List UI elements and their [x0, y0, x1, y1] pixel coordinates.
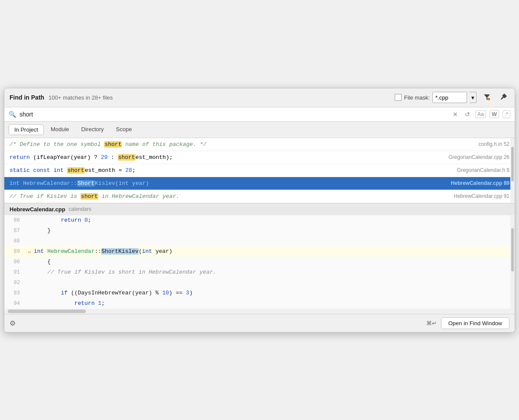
pin-button[interactable] [497, 92, 509, 103]
pin-icon [500, 94, 507, 100]
code-line-94: 94 return 1; [4, 298, 515, 309]
code-preview-scroll-area: 86 return 0; 87 } 88 89 ↵ int [4, 215, 515, 314]
code-line-93: 93 if ((DaysInHebrewYear(year) % 10) == … [4, 288, 515, 298]
preview-filename: HebrewCalendar.cpp [10, 206, 65, 213]
horizontal-scrollbar[interactable] [4, 309, 515, 314]
tab-in-project[interactable]: In Project [9, 124, 44, 135]
footer: ⚙ ⌘↵ Open in Find Window [4, 314, 515, 332]
result-file: HebrewCalendar.cpp 91 [454, 193, 509, 199]
tab-module[interactable]: Module [45, 124, 75, 135]
code-line-90: 90 { [4, 257, 515, 267]
code-preview: 86 return 0; 87 } 88 89 ↵ int [4, 215, 515, 309]
code-line-87: 87 } [4, 226, 515, 236]
code-line-86: 86 return 0; [4, 215, 515, 226]
settings-button[interactable]: ⚙ [10, 319, 16, 327]
search-history-button[interactable]: ↺ [463, 110, 472, 119]
panel-title: Find in Path [10, 94, 44, 101]
preview-scrollbar-track[interactable] [510, 215, 515, 314]
header: Find in Path 100+ matches in 28+ files F… [4, 88, 515, 107]
result-file: GregorianCalendar.cpp 26 [448, 154, 509, 160]
code-line-88: 88 [4, 236, 515, 246]
match-case-button[interactable]: Aa [475, 110, 486, 118]
code-line-91: 91 // True if Kislev is short in HebrewC… [4, 267, 515, 278]
result-row[interactable]: /* Define to the one symbol short name o… [4, 138, 515, 151]
file-mask-input[interactable] [432, 92, 467, 103]
result-row[interactable]: return (ifLeapYear(year) ? 29 : shortest… [4, 151, 515, 164]
result-code: return (ifLeapYear(year) ? 29 : shortest… [10, 154, 444, 161]
result-code: /* Define to the one symbol short name o… [10, 141, 474, 148]
file-mask-checkbox[interactable] [395, 94, 402, 101]
results-list: /* Define to the one symbol short name o… [4, 138, 515, 203]
code-line-89: 89 ↵ int HebrewCalendar::ShortKislev(int… [4, 246, 515, 257]
result-code: int HebrewCalendar::ShortKislev(int year… [10, 180, 447, 187]
find-in-path-panel: Find in Path 100+ matches in 28+ files F… [4, 88, 515, 333]
filter-button[interactable]: ! [481, 92, 493, 103]
preview-scrollbar-thumb[interactable] [511, 228, 514, 271]
result-file: GregorianCalendar.h 8 [457, 167, 509, 173]
match-count: 100+ matches in 28+ files [49, 94, 113, 101]
svg-text:!: ! [488, 98, 489, 100]
result-file: config.h.in 52 [479, 141, 509, 147]
open-shortcut: ⌘↵ [426, 320, 437, 326]
result-code: static const int shortest_month = 28; [10, 167, 453, 174]
horizontal-scrollbar-thumb[interactable] [8, 310, 86, 313]
clear-search-button[interactable]: ✕ [451, 110, 460, 119]
file-mask-label: File mask: [404, 94, 430, 101]
search-row: 🔍 ✕ ↺ Aa W .* [4, 107, 515, 122]
result-code: // True if Kislev is short in HebrewCale… [10, 193, 449, 200]
results-scrollbar-track[interactable] [510, 138, 515, 203]
result-row-selected[interactable]: int HebrewCalendar::ShortKislev(int year… [4, 177, 515, 190]
code-line-92: 92 [4, 278, 515, 288]
results-scrollbar-thumb[interactable] [511, 147, 514, 181]
code-preview-header: HebrewCalendar.cpp calendars [4, 203, 515, 215]
open-in-find-window-button[interactable]: Open in Find Window [441, 317, 509, 329]
tab-scope[interactable]: Scope [111, 124, 137, 135]
tabs-row: In Project Module Directory Scope [4, 122, 515, 138]
preview-filepath: calendars [69, 206, 91, 212]
results-scroll-area: /* Define to the one symbol short name o… [4, 138, 515, 203]
search-magnifier-icon: 🔍 [9, 111, 16, 118]
regex-button[interactable]: .* [503, 110, 510, 118]
result-row[interactable]: static const int shortest_month = 28; Gr… [4, 164, 515, 177]
filter-icon: ! [483, 94, 490, 100]
result-file: HebrewCalendar.cpp 89 [451, 180, 509, 186]
search-input[interactable] [19, 111, 448, 118]
result-row[interactable]: // True if Kislev is short in HebrewCale… [4, 190, 515, 203]
tab-directory[interactable]: Directory [76, 124, 109, 135]
file-mask-dropdown-btn[interactable]: ▾ [470, 92, 477, 103]
whole-word-button[interactable]: W [490, 110, 499, 118]
